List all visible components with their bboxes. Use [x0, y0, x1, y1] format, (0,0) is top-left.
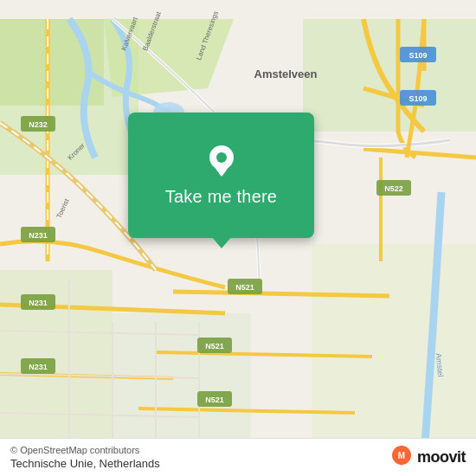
svg-text:Amstelveen: Amstelveen — [254, 68, 318, 80]
svg-text:N521: N521 — [205, 342, 224, 351]
svg-rect-5 — [312, 244, 476, 457]
map-container: N232 N231 N231 N231 N521 N521 N521 N522 … — [0, 0, 476, 476]
location-name: Technische Unie, Netherlands — [10, 457, 160, 470]
location-pin-icon — [203, 144, 240, 180]
svg-text:N521: N521 — [235, 283, 254, 292]
svg-text:M: M — [398, 451, 405, 460]
take-me-there-popup[interactable]: Take me there — [128, 113, 314, 238]
svg-point-44 — [216, 152, 227, 163]
take-me-there-label: Take me there — [165, 187, 277, 207]
map-svg: N232 N231 N231 N231 N521 N521 N521 N522 … — [0, 0, 476, 476]
svg-text:S109: S109 — [408, 94, 427, 103]
svg-text:N521: N521 — [205, 396, 224, 404]
svg-rect-4 — [303, 19, 476, 132]
svg-text:N232: N232 — [29, 120, 48, 129]
copyright-text: © OpenStreetMap contributors — [10, 445, 160, 455]
moovit-brand-text: moovit — [417, 448, 466, 466]
svg-text:N231: N231 — [29, 299, 48, 307]
moovit-logo: M moovit — [389, 446, 466, 470]
moovit-brand-icon: M — [389, 446, 414, 470]
svg-text:N522: N522 — [384, 184, 403, 193]
svg-text:N231: N231 — [29, 231, 48, 240]
svg-text:S109: S109 — [408, 51, 427, 60]
svg-text:N231: N231 — [29, 363, 48, 371]
bottom-left: © OpenStreetMap contributors Technische … — [10, 445, 160, 470]
svg-rect-6 — [0, 270, 113, 457]
bottom-bar: © OpenStreetMap contributors Technische … — [0, 438, 476, 476]
